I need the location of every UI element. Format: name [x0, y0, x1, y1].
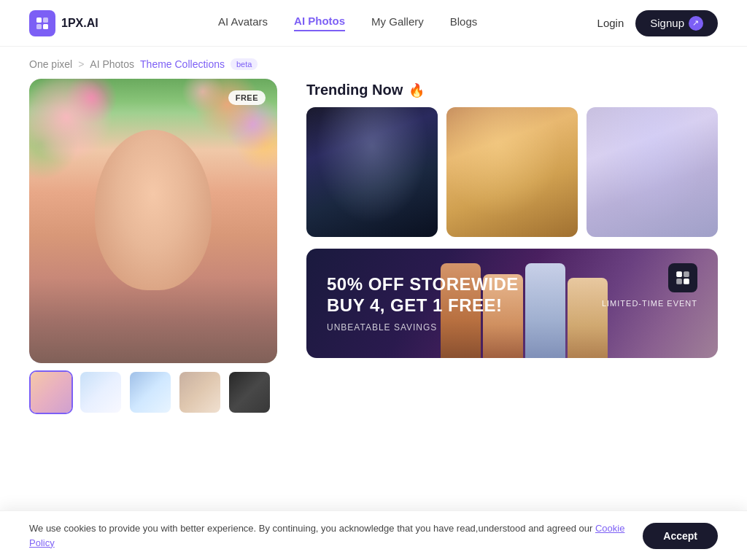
thumbnail-4[interactable]: [178, 370, 222, 414]
cookie-text: We use cookies to provide you with bette…: [29, 521, 628, 550]
promo-right-text: LIMITED-TIME EVENT: [602, 299, 697, 308]
main-content: FREE Trending Now 🔥 50% OFF STOREWIDE: [0, 79, 747, 554]
svg-rect-4: [676, 271, 682, 277]
breadcrumb-root[interactable]: One pixel: [29, 58, 72, 70]
trending-card-2[interactable]: [446, 107, 578, 237]
svg-rect-5: [684, 271, 689, 277]
logo-icon[interactable]: [29, 10, 55, 36]
svg-rect-2: [36, 24, 42, 29]
accept-button[interactable]: Accept: [643, 523, 718, 549]
thumbnail-5[interactable]: [228, 370, 271, 414]
trending-grid: [306, 107, 718, 237]
beta-badge: beta: [231, 58, 258, 70]
svg-rect-1: [43, 18, 48, 23]
header: 1PX.AI AI Avatars AI Photos My Gallery B…: [0, 0, 747, 47]
nav-ai-avatars[interactable]: AI Avatars: [218, 15, 268, 31]
left-panel: FREE: [29, 79, 292, 554]
breadcrumb: One pixel > AI Photos Theme Collections …: [0, 47, 747, 79]
signup-label: Signup: [650, 17, 684, 29]
promo-main: 50% OFF STOREWIDE BUY 4, GET 1 FREE!: [327, 274, 602, 316]
portrait-sim: [29, 79, 277, 363]
hero-image[interactable]: FREE: [29, 79, 277, 363]
nav-blogs[interactable]: Blogs: [450, 15, 478, 31]
thumbnail-1[interactable]: [29, 370, 73, 414]
portrait-face: [95, 130, 212, 290]
logo-area: 1PX.AI: [29, 10, 98, 36]
svg-rect-0: [36, 18, 42, 23]
trending-card-3[interactable]: [587, 107, 718, 237]
free-badge: FREE: [228, 90, 266, 105]
main-nav: AI Avatars AI Photos My Gallery Blogs: [218, 15, 477, 31]
thumbnails: [29, 370, 292, 414]
svg-rect-3: [43, 24, 48, 29]
arrow-icon: ↗: [689, 16, 703, 31]
promo-sub: UNBEATABLE SAVINGS: [327, 322, 602, 332]
nav-my-gallery[interactable]: My Gallery: [371, 15, 424, 31]
svg-rect-7: [684, 279, 689, 284]
login-button[interactable]: Login: [597, 17, 624, 29]
thumbnail-2[interactable]: [79, 370, 123, 414]
fire-icon: 🔥: [409, 82, 425, 98]
trending-header: Trending Now 🔥: [306, 82, 718, 98]
thumbnail-3[interactable]: [128, 370, 172, 414]
trending-title: Trending Now: [306, 82, 403, 98]
promo-banner[interactable]: 50% OFF STOREWIDE BUY 4, GET 1 FREE! UNB…: [306, 249, 718, 358]
signup-button[interactable]: Signup ↗: [635, 10, 718, 36]
cookie-banner: We use cookies to provide you with bette…: [0, 510, 747, 560]
breadcrumb-ai-photos[interactable]: AI Photos: [90, 58, 134, 70]
header-actions: Login Signup ↗: [597, 10, 718, 36]
right-panel: Trending Now 🔥 50% OFF STOREWIDE BUY 4, …: [306, 79, 718, 554]
breadcrumb-current: Theme Collections: [140, 58, 225, 70]
logo-text: 1PX.AI: [61, 17, 98, 30]
promo-text-area: 50% OFF STOREWIDE BUY 4, GET 1 FREE! UNB…: [327, 274, 602, 332]
promo-logo-icon: [668, 263, 697, 292]
breadcrumb-separator: >: [78, 58, 84, 70]
nav-ai-photos[interactable]: AI Photos: [294, 15, 345, 31]
svg-rect-6: [676, 279, 682, 284]
trending-card-1[interactable]: [306, 107, 438, 237]
